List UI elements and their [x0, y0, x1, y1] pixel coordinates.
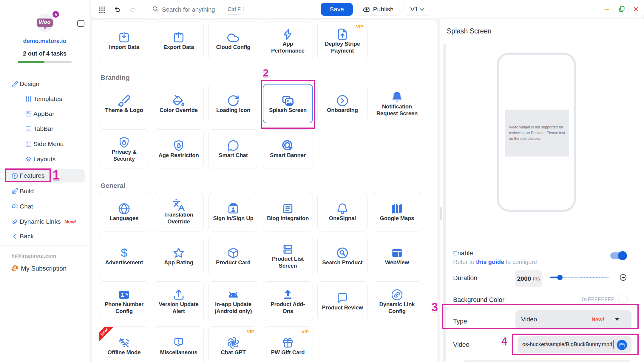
svg-text:$: $ — [121, 246, 127, 259]
